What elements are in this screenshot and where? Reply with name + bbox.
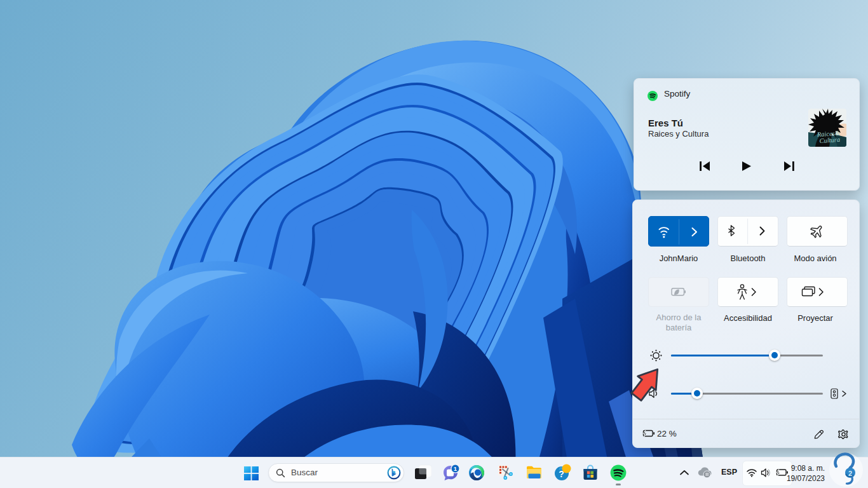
svg-text:2: 2 <box>848 470 852 477</box>
svg-text:1: 1 <box>454 465 458 472</box>
svg-text:Cultura: Cultura <box>819 136 840 144</box>
